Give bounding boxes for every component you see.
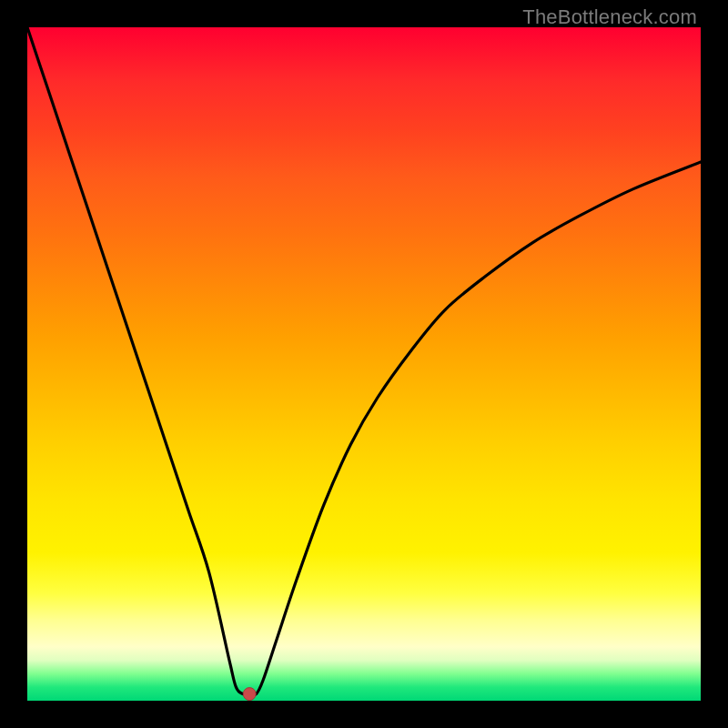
watermark-text: TheBottleneck.com — [522, 5, 697, 29]
optimal-point-marker — [243, 688, 256, 701]
curve-svg — [27, 27, 701, 701]
chart-container: TheBottleneck.com — [0, 0, 728, 728]
bottleneck-curve — [27, 27, 701, 695]
plot-area — [27, 27, 701, 701]
